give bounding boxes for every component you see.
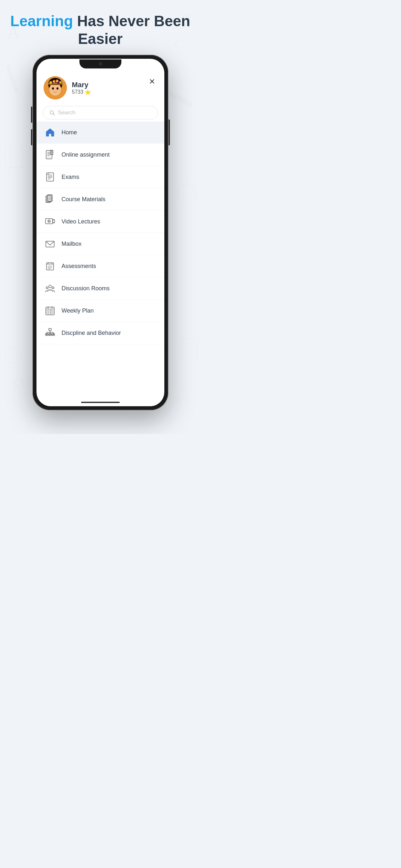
menu-label-exams: Exams xyxy=(62,174,80,181)
svg-point-93 xyxy=(50,334,50,335)
svg-marker-59 xyxy=(49,221,50,222)
screen-header: Mary 5733 ⭐ xyxy=(36,73,164,103)
menu-item-weekly-plan[interactable]: Weekly Plan xyxy=(36,300,164,322)
svg-rect-46 xyxy=(47,173,54,181)
menu-item-online-assignment[interactable]: Online assignment xyxy=(36,144,164,166)
close-button[interactable] xyxy=(147,76,157,87)
mailbox-icon xyxy=(44,238,56,250)
svg-point-28 xyxy=(56,80,58,82)
menu-label-discussion-rooms: Discussion Rooms xyxy=(62,285,110,292)
weekly-plan-icon xyxy=(44,305,56,316)
svg-rect-15 xyxy=(181,339,197,360)
video-lectures-icon xyxy=(44,216,56,227)
menu-label-weekly-plan: Weekly Plan xyxy=(62,307,94,314)
phone-frame: Mary 5733 ⭐ xyxy=(33,55,168,410)
menu-item-course-materials[interactable]: Course Materials xyxy=(36,188,164,211)
menu-item-video-lectures[interactable]: Video Lectures xyxy=(36,211,164,233)
svg-point-10 xyxy=(178,184,197,204)
svg-point-19 xyxy=(52,88,54,90)
svg-point-21 xyxy=(55,90,56,91)
svg-point-92 xyxy=(46,334,47,335)
assessments-icon xyxy=(44,260,56,272)
side-button-volume-down xyxy=(31,129,32,145)
phone-notch xyxy=(80,59,121,68)
phone-camera xyxy=(99,62,102,66)
search-bar[interactable]: Search xyxy=(43,106,158,120)
svg-text:π: π xyxy=(184,190,188,198)
menu-item-discipline-behavior[interactable]: Discpline and Behavior xyxy=(36,322,164,344)
menu-item-home[interactable]: Home xyxy=(36,121,164,144)
exams-icon xyxy=(44,171,56,183)
course-materials-icon xyxy=(44,193,56,205)
home-bar xyxy=(81,402,120,403)
svg-text:Z: Z xyxy=(174,394,181,406)
menu-label-home: Home xyxy=(62,129,77,136)
search-placeholder: Search xyxy=(58,110,75,116)
menu-item-mailbox[interactable]: Mailbox xyxy=(36,233,164,255)
svg-rect-8 xyxy=(5,145,23,168)
svg-point-72 xyxy=(46,287,48,289)
menu-label-online-assignment: Online assignment xyxy=(62,151,110,158)
menu-item-exams[interactable]: Exams xyxy=(36,166,164,188)
discipline-behavior-icon xyxy=(44,327,56,339)
hero-rest-text: Has Never Been Easier xyxy=(73,12,190,47)
svg-point-14 xyxy=(5,347,21,363)
menu-label-video-lectures: Video Lectures xyxy=(62,218,100,225)
search-icon xyxy=(49,110,55,116)
user-info: Mary 5733 ⭐ xyxy=(72,81,91,95)
menu-item-discussion-rooms[interactable]: Discussion Rooms xyxy=(36,277,164,300)
svg-point-94 xyxy=(53,334,54,335)
home-icon xyxy=(44,127,56,138)
svg-rect-64 xyxy=(47,263,54,270)
svg-point-20 xyxy=(57,88,58,90)
hero-title: Learning Has Never Been Easier xyxy=(0,12,201,48)
svg-rect-83 xyxy=(49,329,51,330)
screen-content: Mary 5733 ⭐ xyxy=(36,59,164,406)
svg-rect-52 xyxy=(47,195,51,202)
menu-label-mailbox: Mailbox xyxy=(62,241,82,247)
user-points: 5733 ⭐ xyxy=(72,89,91,95)
menu-label-discipline-behavior: Discpline and Behavior xyxy=(62,330,121,337)
svg-rect-3 xyxy=(5,65,18,90)
svg-line-36 xyxy=(53,114,54,115)
svg-text:XY: XY xyxy=(10,376,28,391)
discussion-rooms-icon xyxy=(44,283,56,294)
user-name: Mary xyxy=(72,81,91,89)
svg-point-71 xyxy=(49,285,51,288)
side-button-power xyxy=(168,120,170,145)
menu-label-assessments: Assessments xyxy=(62,263,96,270)
side-button-volume-up xyxy=(31,106,32,123)
svg-marker-4 xyxy=(14,89,20,97)
menu-list: Home xyxy=(36,121,164,399)
svg-text:10: 10 xyxy=(16,101,29,116)
user-profile: Mary 5733 ⭐ xyxy=(43,76,91,99)
online-assignment-icon xyxy=(44,149,56,160)
avatar xyxy=(43,76,67,99)
menu-label-course-materials: Course Materials xyxy=(62,196,105,203)
svg-rect-5 xyxy=(168,91,193,108)
svg-point-26 xyxy=(53,81,55,82)
home-indicator xyxy=(36,399,164,406)
hero-learning-word: Learning xyxy=(10,12,73,29)
phone-screen: Mary 5733 ⭐ xyxy=(36,59,164,406)
menu-item-assessments[interactable]: Assessments xyxy=(36,255,164,277)
svg-point-73 xyxy=(52,287,54,289)
